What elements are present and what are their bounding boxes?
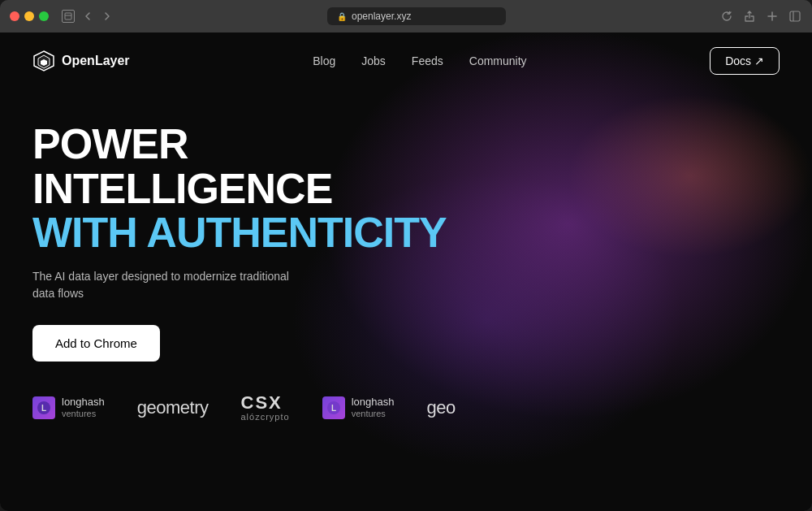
hero-section: POWER INTELLIGENCE WITH AUTHENTICITY The… (0, 89, 812, 362)
longhash-text-1: longhash ventures (62, 396, 105, 419)
nav-blog[interactable]: Blog (313, 54, 335, 67)
logo-longhash-1: L longhash ventures (32, 396, 105, 419)
maximize-button[interactable] (39, 11, 49, 21)
hero-title-line3: WITH AUTHENTICITY (32, 210, 780, 255)
navigation: OpenLayer Blog Jobs Feeds Community Docs… (0, 32, 812, 89)
minimize-button[interactable] (24, 11, 34, 21)
address-bar-container: 🔒 openlayer.xyz (120, 7, 713, 25)
svg-rect-2 (790, 11, 800, 21)
longhash-text-2: longhash ventures (352, 396, 395, 419)
cta-button[interactable]: Add to Chrome (32, 325, 160, 362)
traffic-lights (10, 11, 49, 21)
logo-longhash-2: L longhash ventures (322, 396, 395, 419)
csx-block: CSX alózcrypto (241, 394, 290, 422)
new-tab-button[interactable] (765, 9, 780, 24)
csx-sub: alózcrypto (241, 412, 290, 422)
nav-community[interactable]: Community (469, 54, 527, 67)
nav-links: Blog Jobs Feeds Community (313, 54, 526, 67)
sidebar-button[interactable] (788, 9, 802, 24)
geo-partial-text: geo (426, 397, 455, 418)
browser-window: 🔒 openlayer.xyz (0, 0, 812, 511)
share-button[interactable] (742, 9, 757, 24)
nav-feeds[interactable]: Feeds (412, 54, 443, 67)
docs-button[interactable]: Docs ↗ (710, 47, 780, 75)
forward-button[interactable] (101, 10, 114, 23)
browser-actions (719, 9, 802, 24)
nav-jobs[interactable]: Jobs (361, 54, 386, 67)
lock-icon: 🔒 (337, 12, 347, 21)
svg-text:L: L (331, 404, 336, 413)
hero-title-line2: INTELLIGENCE (32, 167, 780, 211)
longhash-icon-2: L (322, 396, 345, 419)
logo-geo-partial: geo (426, 397, 455, 418)
geometry-text: geometry (137, 397, 209, 418)
longhash-icon: L (32, 396, 55, 419)
hero-subtitle: The AI data layer designed to modernize … (32, 268, 309, 302)
reload-button[interactable] (719, 9, 734, 24)
nav-controls (62, 10, 114, 23)
website-content: OpenLayer Blog Jobs Feeds Community Docs… (0, 32, 812, 511)
svg-text:L: L (41, 404, 46, 413)
logo-text: OpenLayer (62, 54, 130, 68)
logos-section: L longhash ventures geometry CSX alózcry… (0, 394, 812, 422)
logo-geometry: geometry (137, 397, 209, 418)
csx-name: CSX (241, 394, 283, 412)
logo-csx: CSX alózcrypto (241, 394, 290, 422)
hero-title-line1: POWER (32, 122, 780, 167)
address-bar[interactable]: 🔒 openlayer.xyz (327, 7, 506, 25)
logo-icon (32, 50, 55, 72)
window-icon (62, 10, 75, 23)
close-button[interactable] (10, 11, 19, 21)
logo[interactable]: OpenLayer (32, 50, 130, 72)
url-text: openlayer.xyz (352, 11, 411, 22)
back-button[interactable] (81, 10, 94, 23)
svg-rect-0 (65, 13, 71, 19)
browser-titlebar: 🔒 openlayer.xyz (0, 0, 812, 32)
